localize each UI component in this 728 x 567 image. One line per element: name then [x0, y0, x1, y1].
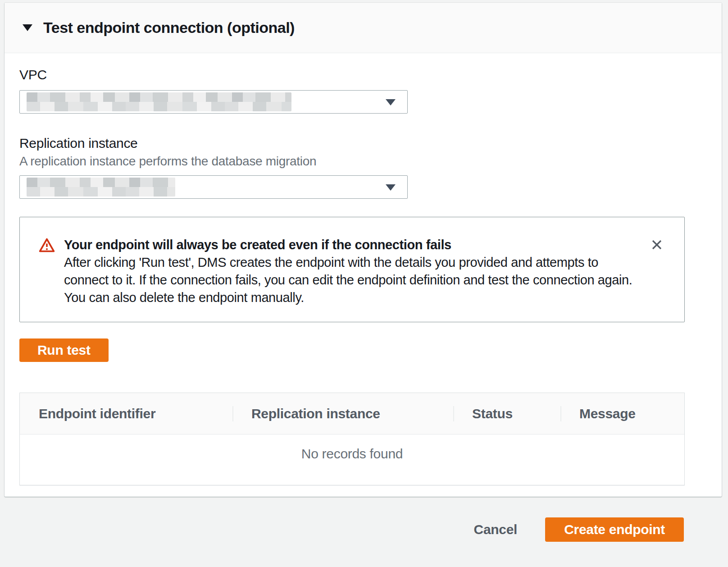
expandable-section-header[interactable]: Test endpoint connection (optional)	[5, 3, 722, 53]
column-header-replication-instance: Replication instance	[232, 406, 453, 421]
triangle-down-icon[interactable]	[23, 24, 32, 31]
alert-title: Your endpoint will always be created eve…	[64, 236, 643, 254]
vpc-label: VPC	[19, 67, 704, 83]
cancel-button[interactable]: Cancel	[474, 522, 518, 537]
alert-body: After clicking 'Run test', DMS creates t…	[64, 254, 643, 306]
replication-instance-select[interactable]	[19, 175, 408, 199]
redacted-vpc-value	[27, 92, 291, 111]
redacted-replication-value	[27, 178, 175, 197]
section-title: Test endpoint connection (optional)	[43, 19, 295, 37]
alert-text: Your endpoint will always be created eve…	[64, 236, 643, 306]
close-x-icon	[650, 246, 664, 253]
table-empty-state: No records found	[20, 434, 684, 485]
caret-down-icon	[386, 99, 396, 105]
test-endpoint-connection-panel: Test endpoint connection (optional) VPC …	[5, 3, 722, 497]
page: Test endpoint connection (optional) VPC …	[0, 0, 728, 567]
warning-alert: Your endpoint will always be created eve…	[19, 217, 685, 322]
caret-down-icon	[386, 184, 396, 191]
run-test-button[interactable]: Run test	[19, 338, 109, 362]
column-header-message: Message	[560, 406, 685, 421]
warning-triangle-icon	[39, 238, 55, 255]
column-header-status: Status	[453, 406, 560, 421]
replication-instance-label: Replication instance	[19, 135, 704, 151]
section-body: VPC Replication instance A replication i…	[5, 67, 722, 485]
test-results-table: Endpoint identifier Replication instance…	[19, 393, 685, 485]
column-header-endpoint-identifier: Endpoint identifier	[20, 406, 232, 421]
replication-instance-description: A replication instance performs the data…	[19, 154, 704, 169]
footer-actions: Cancel Create endpoint	[474, 517, 684, 542]
table-header-row: Endpoint identifier Replication instance…	[20, 393, 684, 434]
create-endpoint-button[interactable]: Create endpoint	[545, 517, 684, 542]
alert-close-button[interactable]	[649, 237, 664, 254]
vpc-select[interactable]	[19, 90, 408, 114]
